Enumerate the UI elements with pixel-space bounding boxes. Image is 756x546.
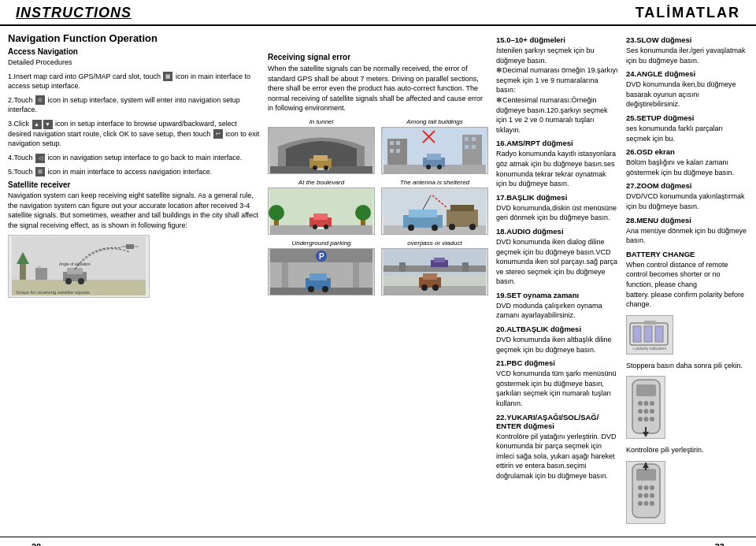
diagram-cell-buildings: Among tall buildings xyxy=(381,118,488,174)
text-18: DVD konumunda iken dialog diline geçmek … xyxy=(496,237,618,287)
title-16: 16.AMS/RPT düğmesi xyxy=(496,139,618,147)
svg-rect-10 xyxy=(126,244,134,249)
title-battery: BATTERY CHANGE xyxy=(626,250,748,258)
svg-rect-32 xyxy=(472,145,476,149)
svg-point-83 xyxy=(432,284,439,291)
right-column: 15.0–10+ düğmeleri İstenilen şarkıyı seç… xyxy=(496,32,748,530)
svg-point-99 xyxy=(650,409,654,414)
icon-exit: ↩ xyxy=(213,129,223,139)
svg-point-114 xyxy=(643,501,648,506)
diagram-row-3: Underground parking xyxy=(268,240,488,295)
header-instructions: INSTRUCTIONS xyxy=(16,5,132,21)
satellite-text: Navigation system can keep receiving eig… xyxy=(8,191,260,230)
diagram-cell-overpass: overpass or viaduct xyxy=(381,240,488,295)
section-stopper: Stoppera basın daha sonra pili çekin. xyxy=(626,361,748,442)
svg-point-97 xyxy=(638,409,643,414)
svg-rect-4 xyxy=(35,268,47,280)
diagram-cell-antenna: The antenna is sheltered xyxy=(381,179,488,235)
img-overpass xyxy=(381,248,488,295)
svg-point-44 xyxy=(355,205,371,221)
title-25: 25.SETUP düğmesi xyxy=(626,113,748,122)
remote-image-remove xyxy=(626,376,665,439)
diagram-row-2: At the boulevard xyxy=(268,179,488,235)
svg-point-20 xyxy=(313,165,317,170)
header-talimatlar: TALİMATLAR xyxy=(636,5,740,21)
svg-rect-69 xyxy=(309,273,327,280)
title-19: 19.SET oynama zamanı xyxy=(496,291,618,299)
svg-text:P: P xyxy=(319,252,324,261)
label-underground: Underground parking xyxy=(268,240,375,247)
page-numbers: 20 33 xyxy=(0,537,756,546)
icon-touch: ⊙ xyxy=(35,95,45,105)
svg-point-50 xyxy=(324,225,328,229)
text-25: ses konumunda farklı parçaları seçmek iç… xyxy=(626,124,748,143)
title-26: 26.OSD ekran xyxy=(626,147,748,156)
step-4: 4.Touch ◁ icon in navigation setup inter… xyxy=(8,153,260,163)
svg-rect-77 xyxy=(399,262,406,272)
svg-rect-90 xyxy=(655,326,663,342)
svg-point-56 xyxy=(432,225,438,231)
svg-point-60 xyxy=(469,224,476,230)
svg-point-95 xyxy=(643,401,648,406)
icon-map: ▦ xyxy=(163,72,172,81)
svg-rect-2 xyxy=(20,264,26,280)
svg-point-98 xyxy=(643,409,648,414)
svg-rect-54 xyxy=(409,210,437,217)
svg-point-37 xyxy=(437,165,442,169)
svg-rect-30 xyxy=(472,137,476,141)
svg-point-101 xyxy=(643,417,648,422)
svg-point-107 xyxy=(638,485,643,490)
remote-image-install xyxy=(626,461,665,524)
svg-rect-35 xyxy=(427,154,441,160)
svg-rect-48 xyxy=(313,214,328,220)
svg-point-100 xyxy=(638,417,643,422)
svg-rect-85 xyxy=(434,258,445,262)
diagram-cell-tunnel: In tunnel xyxy=(268,118,375,174)
svg-point-36 xyxy=(426,165,431,169)
section-27: 27.ZOOM düğmesi DVD/VCD konumunda yakınl… xyxy=(626,181,748,211)
svg-rect-5 xyxy=(38,266,41,269)
page-wrapper: INSTRUCTIONS TALİMATLAR Navigation Funct… xyxy=(0,0,756,546)
icon-nav: ◁ xyxy=(35,154,45,163)
text-battery: When control distance of remote control … xyxy=(626,260,748,310)
svg-rect-58 xyxy=(450,205,474,211)
text-26: Bölüm başlığını ve kalan zamanı gösterme… xyxy=(626,158,748,177)
section-28: 28.MENU düğmesi Ana menüye dönmek için b… xyxy=(626,216,748,246)
svg-rect-24 xyxy=(390,141,394,145)
label-tunnel: In tunnel xyxy=(268,118,375,125)
title-22: 22.YUKARI/AŞAĞI/SOL/SAĞ/ ENTER düğmesi xyxy=(496,413,618,430)
section-17: 17.BAŞLIK düğmesi DVD konumunda,diskin ü… xyxy=(496,193,618,223)
img-boulevard xyxy=(268,188,375,235)
section-25: 25.SETUP düğmesi ses konumunda farklı pa… xyxy=(626,113,748,143)
text-19: DVD modunda çalışırken oynama zamanı aya… xyxy=(496,301,618,321)
icon-main: ⊞ xyxy=(35,167,45,176)
svg-rect-78 xyxy=(462,262,469,272)
svg-rect-81 xyxy=(423,273,437,280)
svg-rect-31 xyxy=(465,145,469,149)
diagram-row-1: In tunnel xyxy=(268,118,488,174)
svg-point-71 xyxy=(322,286,328,292)
access-nav-title: Access Navigation xyxy=(8,47,260,56)
img-buildings xyxy=(381,127,488,174)
text-27: DVD/VCD konumunda yakınlaştırmak için bu… xyxy=(626,191,748,211)
detailed-proc-label: Detailed Procedures xyxy=(8,58,260,68)
title-18: 18.AUDIO düğmesi xyxy=(496,227,618,236)
section-15: 15.0–10+ düğmeleri İstenilen şarkıyı seç… xyxy=(496,35,618,135)
icon-click-down: ▼ xyxy=(43,120,53,129)
svg-point-8 xyxy=(65,278,72,284)
img-underground: P xyxy=(268,248,375,295)
svg-rect-87 xyxy=(644,321,656,325)
title-28: 28.MENU düğmesi xyxy=(626,216,748,225)
title-23: 23.SLOW düğmesi xyxy=(626,35,748,44)
receiving-text: When the satellite signals can be normal… xyxy=(268,64,488,113)
page-content: Navigation Function Operation Access Nav… xyxy=(0,32,756,530)
label-boulevard: At the boulevard xyxy=(268,179,375,186)
svg-point-96 xyxy=(650,401,654,406)
page-number-left: 20 xyxy=(32,542,41,546)
text-15: İstenilen şarkıyı seçmek için bu düğmeye… xyxy=(496,46,618,135)
text-17: DVD konumunda,diskin üst menüsüne geri d… xyxy=(496,203,618,223)
diagram-cell-underground: Underground parking xyxy=(268,240,375,295)
text-install: Kontrolöre pili yerleştirin. xyxy=(626,445,748,455)
svg-rect-11 xyxy=(121,246,126,247)
section-install: Kontrolöre pili yerleştirin. xyxy=(626,445,748,526)
